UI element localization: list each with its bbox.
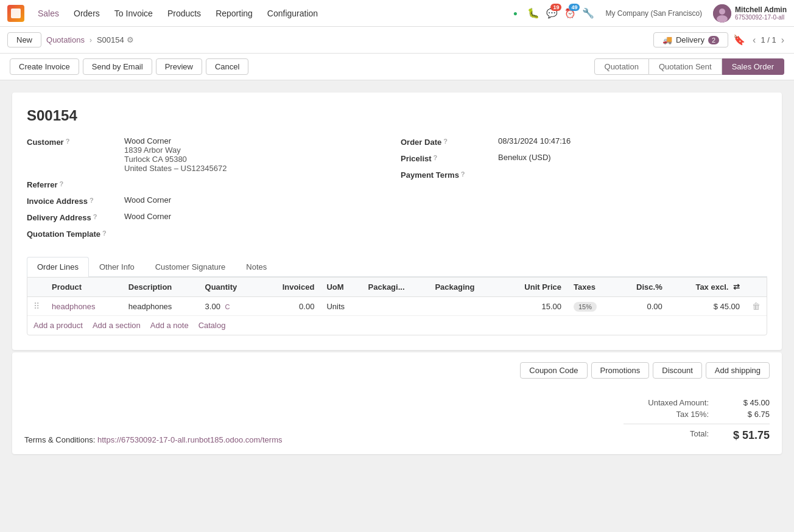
row-drag-handle[interactable]: ⠿ [33,301,40,311]
col-packaging: Packaging [429,278,500,297]
form-left: Customer ? Wood Corner 1839 Arbor Way Tu… [27,136,393,245]
untaxed-label: Untaxed Amount: [624,398,709,407]
settings-gear-icon[interactable]: ⚙ [127,35,134,44]
discount-button[interactable]: Discount [653,362,702,379]
customer-addr1: 1839 Arbor Way [124,145,227,155]
step-quotation[interactable]: Quotation [594,58,649,75]
nav-configuration[interactable]: Configuration [261,6,324,21]
payment-terms-help-icon[interactable]: ? [461,170,465,178]
payment-terms-label: Payment Terms ? [401,169,498,180]
pagination-prev[interactable]: ‹ [750,33,758,47]
row-quantity[interactable]: 3.00 C [199,297,260,316]
breadcrumb-separator: › [90,36,92,44]
app-logo[interactable] [7,5,24,22]
tax-row: Tax 15%: $ 6.75 [624,410,770,419]
form-right: Order Date ? 08/31/2024 10:47:16 Priceli… [401,136,767,245]
delete-row-icon[interactable]: 🗑 [752,301,761,311]
clock-icon[interactable]: ⏰ 49 [564,7,576,19]
nav-products[interactable]: Products [161,6,207,21]
customer-field: Customer ? Wood Corner 1839 Arbor Way Tu… [27,136,393,173]
total-label: Total: [624,429,709,442]
svg-point-2 [717,15,728,23]
col-disc: Disc.% [616,278,669,297]
quotation-template-field: Quotation Template ? [27,228,393,239]
preview-button[interactable]: Preview [156,58,202,75]
terms-link[interactable]: https://67530092-17-0-all.runbot185.odoo… [97,435,283,444]
qty-icon[interactable]: C [225,303,230,310]
pagination-text: 1 / 1 [761,35,776,44]
create-invoice-button[interactable]: Create Invoice [10,58,79,75]
table-row: ⠿ headphones headphones 3.00 C 0.00 Unit… [27,297,767,316]
tab-other-info[interactable]: Other Info [89,257,145,276]
terms-section: Terms & Conditions: https://67530092-17-… [24,435,282,444]
terms-label: Terms & Conditions: [24,435,95,444]
col-tax-excl: Tax excl. ⇄ [669,278,746,297]
breadcrumb-quotations[interactable]: Quotations [46,35,85,44]
tab-notes[interactable]: Notes [236,257,277,276]
nav-orders[interactable]: Orders [68,6,106,21]
step-quotation-sent[interactable]: Quotation Sent [649,58,722,75]
col-actions [746,278,767,297]
status-green-icon[interactable]: ● [509,7,521,19]
col-invoiced: Invoiced [259,278,320,297]
action-bar: Create Invoice Send by Email Preview Can… [0,54,794,80]
nav-reporting[interactable]: Reporting [209,6,259,21]
tax-value: $ 6.75 [721,410,770,419]
grand-total-row: Total: $ 51.75 [624,429,770,442]
pricelist-value: Benelux (USD) [498,153,551,162]
referrer-label: Referrer ? [27,179,124,189]
order-date-help-icon[interactable]: ? [443,138,448,145]
col-settings-icon[interactable]: ⇄ [733,282,740,292]
customer-label: Customer ? [27,136,124,147]
row-packaging-qty [362,297,429,316]
pricelist-help-icon[interactable]: ? [434,154,438,161]
delivery-truck-icon: 🚚 [662,35,672,44]
send-by-email-button[interactable]: Send by Email [83,58,152,75]
order-date-field: Order Date ? 08/31/2024 10:47:16 [401,136,767,147]
delivery-address-help-icon[interactable]: ? [93,213,97,220]
pricelist-label: Pricelist ? [401,153,498,163]
tax-badge: 15% [574,302,597,312]
tab-order-lines[interactable]: Order Lines [27,257,89,277]
bug-icon[interactable]: 🐛 [527,7,539,19]
add-note-link[interactable]: Add a note [150,321,189,330]
delivery-button[interactable]: 🚚 Delivery 2 [653,32,728,47]
cancel-button[interactable]: Cancel [206,58,248,75]
tab-customer-signature[interactable]: Customer Signature [145,257,236,276]
pricelist-field: Pricelist ? Benelux (USD) [401,153,767,163]
nav-sales[interactable]: Sales [32,6,65,21]
row-taxes: 15% [567,297,616,316]
payment-terms-field: Payment Terms ? [401,169,767,180]
delivery-count: 2 [708,36,719,44]
svg-point-1 [719,9,725,15]
quotation-template-label: Quotation Template ? [27,228,124,239]
delivery-address-label: Delivery Address ? [27,212,124,222]
new-button[interactable]: New [7,32,41,47]
status-steps: Quotation Quotation Sent Sales Order [594,58,784,75]
nav-to-invoice[interactable]: To Invoice [108,6,159,21]
promotions-button[interactable]: Promotions [591,362,650,379]
order-date-value: 08/31/2024 10:47:16 [498,136,571,145]
col-product: Product [46,278,122,297]
catalog-link[interactable]: Catalog [198,321,226,330]
company-selector[interactable]: My Company (San Francisco) [600,9,707,18]
add-shipping-button[interactable]: Add shipping [706,362,770,379]
customer-name-link[interactable]: Wood Corner [124,136,171,145]
wrench-icon[interactable]: 🔧 [582,7,594,19]
coupon-code-button[interactable]: Coupon Code [520,362,587,379]
product-link[interactable]: headphones [52,302,96,311]
bookmark-icon[interactable]: 🔖 [733,34,745,46]
customer-help-icon[interactable]: ? [66,138,70,145]
form-card: S00154 Customer ? Wood Corner 1839 Arbor… [12,93,782,350]
untaxed-value: $ 45.00 [721,398,770,407]
add-section-link[interactable]: Add a section [93,321,141,330]
pagination-next[interactable]: › [779,33,787,47]
chat-icon[interactable]: 💬 19 [546,7,558,19]
step-sales-order[interactable]: Sales Order [722,58,784,75]
user-menu[interactable]: Mitchell Admin 67530092-17-0-all [713,4,787,23]
referrer-help-icon[interactable]: ? [60,180,64,187]
invoice-address-help-icon[interactable]: ? [90,197,94,204]
quotation-template-help-icon[interactable]: ? [102,229,107,237]
add-product-link[interactable]: Add a product [33,321,83,330]
order-date-label: Order Date ? [401,136,498,147]
